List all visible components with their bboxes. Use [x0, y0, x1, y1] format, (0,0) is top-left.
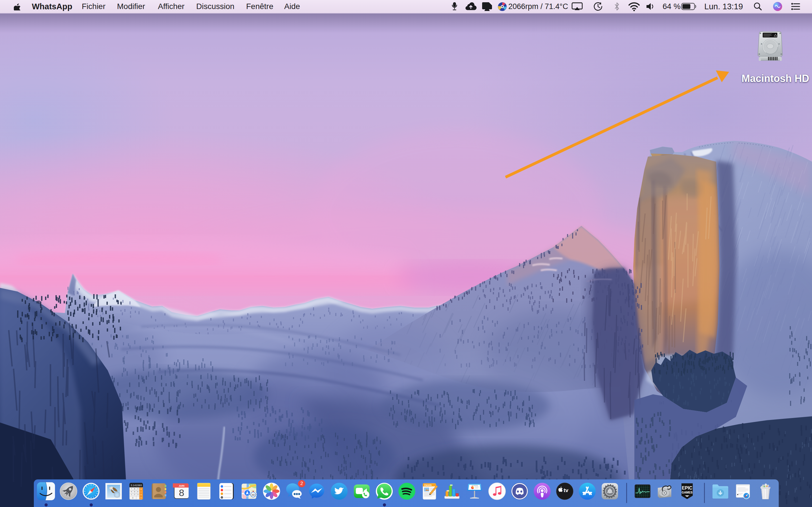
svg-text:3: 3	[137, 494, 139, 496]
svg-text:tv: tv	[564, 487, 568, 493]
svg-text:+: +	[140, 494, 142, 496]
svg-text:8: 8	[134, 488, 135, 490]
svg-text:3.141593: 3.141593	[131, 484, 142, 487]
svg-text:x: x	[141, 488, 142, 490]
svg-text:=: =	[140, 497, 142, 499]
svg-text:3D: 3D	[252, 494, 255, 496]
svg-text:6: 6	[137, 491, 139, 493]
svg-text:GAMES: GAMES	[682, 491, 693, 494]
svg-text:1: 1	[131, 494, 132, 496]
svg-text:KEYNOTE: KEYNOTE	[472, 485, 478, 487]
svg-text:9: 9	[137, 488, 139, 490]
svg-text:2: 2	[134, 494, 135, 496]
svg-text:4: 4	[131, 491, 132, 493]
svg-text:8: 8	[179, 487, 185, 498]
svg-text:JUIN: JUIN	[179, 485, 185, 487]
svg-text:PAGES: PAGES	[424, 484, 432, 487]
svg-text:0: 0	[132, 497, 133, 499]
svg-text:-: -	[141, 491, 142, 493]
svg-text:7: 7	[131, 488, 132, 490]
svg-text:5: 5	[134, 491, 135, 493]
svg-text:EPIC: EPIC	[682, 486, 693, 490]
